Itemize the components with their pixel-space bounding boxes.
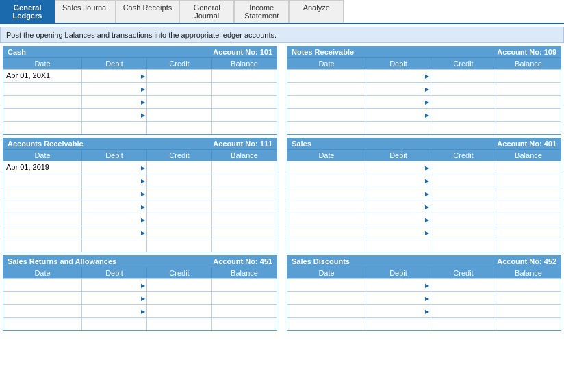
credit-cell[interactable]	[146, 279, 212, 291]
debit-cell[interactable]	[366, 187, 431, 200]
date-cell[interactable]	[287, 213, 366, 226]
date-cell[interactable]	[287, 279, 366, 291]
credit-cell[interactable]	[146, 174, 212, 187]
balance-cell[interactable]	[496, 109, 561, 121]
debit-cell[interactable]	[366, 161, 431, 174]
balance-cell[interactable]	[496, 96, 561, 108]
balance-cell[interactable]	[496, 200, 561, 213]
credit-cell[interactable]	[431, 109, 496, 121]
date-cell[interactable]	[3, 318, 81, 330]
debit-cell[interactable]	[366, 83, 431, 95]
date-cell[interactable]	[287, 96, 366, 108]
credit-cell[interactable]	[431, 213, 496, 226]
debit-cell[interactable]	[81, 187, 146, 200]
balance-cell[interactable]	[212, 226, 277, 239]
balance-cell[interactable]	[496, 213, 561, 226]
credit-cell[interactable]	[146, 83, 212, 95]
balance-cell[interactable]	[496, 279, 561, 291]
date-cell[interactable]	[287, 174, 366, 187]
tab-general-ledgers[interactable]: GeneralLedgers	[0, 0, 55, 23]
date-cell[interactable]	[287, 292, 366, 304]
date-cell[interactable]	[287, 226, 366, 239]
date-cell[interactable]	[3, 239, 81, 252]
date-cell[interactable]: Apr 01, 2019	[3, 161, 81, 174]
credit-cell[interactable]	[431, 174, 496, 187]
balance-cell[interactable]	[496, 122, 561, 134]
balance-cell[interactable]	[212, 292, 277, 304]
balance-cell[interactable]	[496, 226, 561, 239]
debit-cell[interactable]	[366, 226, 431, 239]
debit-cell[interactable]	[81, 70, 146, 82]
tab-cash-receipts[interactable]: Cash Receipts	[116, 0, 180, 23]
debit-cell[interactable]	[366, 292, 431, 304]
date-cell[interactable]	[3, 96, 81, 108]
balance-cell[interactable]	[212, 213, 277, 226]
credit-cell[interactable]	[146, 292, 212, 304]
debit-cell[interactable]	[81, 305, 146, 317]
balance-cell[interactable]	[212, 239, 277, 252]
balance-cell[interactable]	[212, 305, 277, 317]
balance-cell[interactable]	[212, 161, 277, 174]
debit-cell[interactable]	[81, 318, 146, 330]
debit-cell[interactable]	[81, 122, 146, 134]
credit-cell[interactable]	[146, 305, 212, 317]
date-cell[interactable]	[287, 305, 366, 317]
balance-cell[interactable]	[212, 96, 277, 108]
debit-cell[interactable]	[366, 70, 431, 82]
balance-cell[interactable]	[212, 174, 277, 187]
credit-cell[interactable]	[146, 200, 212, 213]
credit-cell[interactable]	[146, 122, 212, 134]
balance-cell[interactable]	[496, 305, 561, 317]
tab-general-journal[interactable]: GeneralJournal	[179, 0, 234, 23]
credit-cell[interactable]	[146, 161, 212, 174]
balance-cell[interactable]	[496, 83, 561, 95]
credit-cell[interactable]	[431, 96, 496, 108]
balance-cell[interactable]	[212, 187, 277, 200]
date-cell[interactable]	[3, 279, 81, 291]
credit-cell[interactable]	[146, 187, 212, 200]
debit-cell[interactable]	[366, 200, 431, 213]
tab-analyze[interactable]: Analyze	[289, 0, 344, 23]
date-cell[interactable]	[287, 70, 366, 82]
date-cell[interactable]	[3, 187, 81, 200]
balance-cell[interactable]	[212, 318, 277, 330]
debit-cell[interactable]	[366, 318, 431, 330]
date-cell[interactable]	[3, 226, 81, 239]
date-cell[interactable]	[287, 109, 366, 121]
credit-cell[interactable]	[431, 292, 496, 304]
balance-cell[interactable]	[212, 70, 277, 82]
debit-cell[interactable]	[366, 96, 431, 108]
debit-cell[interactable]	[81, 213, 146, 226]
tab-income-statement[interactable]: IncomeStatement	[234, 0, 289, 23]
date-cell[interactable]	[287, 83, 366, 95]
date-cell[interactable]	[287, 161, 366, 174]
tab-sales-journal[interactable]: Sales Journal	[55, 0, 116, 23]
credit-cell[interactable]	[146, 239, 212, 252]
date-cell[interactable]	[3, 83, 81, 95]
debit-cell[interactable]	[81, 109, 146, 121]
credit-cell[interactable]	[431, 226, 496, 239]
credit-cell[interactable]	[431, 70, 496, 82]
balance-cell[interactable]	[212, 83, 277, 95]
debit-cell[interactable]	[81, 239, 146, 252]
credit-cell[interactable]	[146, 318, 212, 330]
debit-cell[interactable]	[366, 279, 431, 291]
credit-cell[interactable]	[431, 318, 496, 330]
balance-cell[interactable]	[496, 292, 561, 304]
date-cell[interactable]	[3, 200, 81, 213]
balance-cell[interactable]	[212, 122, 277, 134]
balance-cell[interactable]	[496, 187, 561, 200]
date-cell[interactable]	[287, 122, 366, 134]
date-cell[interactable]	[287, 187, 366, 200]
credit-cell[interactable]	[146, 109, 212, 121]
debit-cell[interactable]	[366, 122, 431, 134]
credit-cell[interactable]	[146, 70, 212, 82]
debit-cell[interactable]	[81, 96, 146, 108]
debit-cell[interactable]	[81, 83, 146, 95]
balance-cell[interactable]	[212, 200, 277, 213]
date-cell[interactable]	[287, 200, 366, 213]
credit-cell[interactable]	[431, 279, 496, 291]
balance-cell[interactable]	[496, 318, 561, 330]
debit-cell[interactable]	[366, 213, 431, 226]
date-cell[interactable]	[3, 292, 81, 304]
